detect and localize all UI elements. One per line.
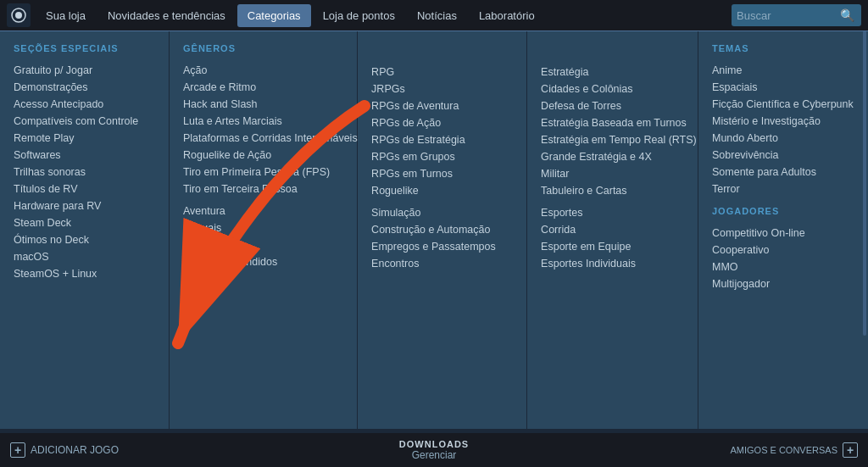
- link-militar[interactable]: Militar: [541, 165, 684, 182]
- link-casuais[interactable]: Casuais: [183, 220, 343, 236]
- plus-icon: +: [10, 442, 25, 458]
- link-otimos-deck[interactable]: Ótimos no Deck: [14, 231, 155, 248]
- link-estrategia-turnos[interactable]: Estratégia Baseada em Turnos: [541, 114, 684, 131]
- topbar: Sua loja Novidades e tendências Categori…: [0, 0, 868, 31]
- link-sobrevivencia[interactable]: Sobrevivência: [712, 147, 854, 164]
- link-multijogador[interactable]: Multijogador: [712, 275, 854, 292]
- nav-novidades[interactable]: Novidades e tendências: [97, 4, 236, 27]
- link-corrida[interactable]: Corrida: [541, 221, 684, 238]
- link-competitivo[interactable]: Competitivo On-line: [712, 225, 854, 242]
- link-misterio[interactable]: Mistério e Investigação: [712, 113, 854, 130]
- link-rts[interactable]: Estratégia em Tempo Real (RTS): [541, 131, 684, 148]
- link-rpg[interactable]: RPG: [371, 64, 513, 81]
- link-rpgs-estrategia[interactable]: RPGs de Estratégia: [371, 131, 513, 148]
- search-button[interactable]: 🔍: [838, 8, 856, 22]
- link-demonstracoes[interactable]: Demonstrações: [14, 79, 155, 96]
- link-roguelike[interactable]: Roguelike: [371, 182, 513, 199]
- add-game-label: ADICIONAR JOGO: [31, 444, 119, 456]
- link-esportes[interactable]: Esportes: [541, 204, 684, 221]
- nav-laboratorio[interactable]: Laboratório: [469, 4, 545, 27]
- link-fps[interactable]: Tiro em Primeira Pessoa (FPS): [183, 164, 343, 181]
- link-tabuleiro-cartas[interactable]: Tabuleiro e Cartas: [541, 182, 684, 199]
- link-luta-artes[interactable]: Luta e Artes Marciais: [183, 113, 343, 130]
- friends-label: AMIGOS E CONVERSAS: [730, 445, 837, 455]
- downloads-sub: Gerenciar: [412, 449, 457, 461]
- link-softwares[interactable]: Softwares: [14, 147, 155, 164]
- link-remote-play[interactable]: Remote Play: [14, 130, 155, 147]
- col-temas-jogadores: TEMAS Anime Espaciais Ficção Científica …: [698, 31, 868, 429]
- friends-section[interactable]: AMIGOS E CONVERSAS +: [730, 442, 858, 458]
- link-titulos-rv[interactable]: Títulos de RV: [14, 181, 155, 197]
- col-generos-1: GÊNEROS Ação Arcade e Ritmo Hack and Sla…: [170, 31, 358, 429]
- link-rpgs-acao[interactable]: RPGs de Ação: [371, 114, 513, 131]
- link-hardware-rv[interactable]: Hardware para RV: [14, 197, 155, 214]
- jogadores-header: JOGADORES: [712, 206, 854, 216]
- col-generos-2: RPG JRPGs RPGs de Aventura RPGs de Ação …: [358, 31, 527, 429]
- link-aventura[interactable]: Aventura: [183, 203, 343, 220]
- link-tps[interactable]: Tiro em Terceira Pessoa: [183, 181, 343, 197]
- link-construcao-automacao[interactable]: Construção e Automação: [371, 221, 513, 238]
- link-steamos-linux[interactable]: SteamOS + Linux: [14, 265, 155, 282]
- friends-plus-icon: +: [843, 442, 858, 458]
- link-defesa-torres[interactable]: Defesa de Torres: [541, 97, 684, 114]
- col-secoes-especiais: SEÇÕES ESPECIAIS Gratuito p/ Jogar Demon…: [0, 31, 170, 429]
- nav-loja-pontos[interactable]: Loja de pontos: [313, 4, 405, 27]
- link-somente-adultos[interactable]: Somente para Adultos: [712, 164, 854, 181]
- link-macos[interactable]: macOS: [14, 248, 155, 265]
- mega-menu: SEÇÕES ESPECIAIS Gratuito p/ Jogar Demon…: [0, 31, 868, 429]
- link-hack-slash[interactable]: Hack and Slash: [183, 96, 343, 113]
- downloads-label: DOWNLOADS: [399, 439, 469, 449]
- svg-point-1: [15, 12, 22, 19]
- link-steam-deck[interactable]: Steam Deck: [14, 214, 155, 231]
- link-rpgs-aventura[interactable]: RPGs de Aventura: [371, 97, 513, 114]
- link-simulacao[interactable]: Simulação: [371, 204, 513, 221]
- link-rpgs-turnos[interactable]: RPGs em Turnos: [371, 165, 513, 182]
- link-anime[interactable]: Anime: [712, 62, 854, 79]
- generos-header: GÊNEROS: [183, 43, 343, 53]
- link-trilhas-sonoras[interactable]: Trilhas sonoras: [14, 164, 155, 181]
- link-ficcao-cientifica[interactable]: Ficção Científica e Cyberpunk: [712, 96, 854, 113]
- link-esportes-individuais[interactable]: Esportes Individuais: [541, 255, 684, 272]
- link-terror[interactable]: Terror: [712, 181, 854, 197]
- link-roguelike-acao[interactable]: Roguelike de Ação: [183, 147, 343, 164]
- link-encontros[interactable]: Encontros: [371, 255, 513, 272]
- link-compativeis-controle[interactable]: Compatíveis com Controle: [14, 113, 155, 130]
- link-arcade-ritmo[interactable]: Arcade e Ritmo: [183, 79, 343, 96]
- link-espaciais[interactable]: Espaciais: [712, 79, 854, 96]
- link-esporte-equipe[interactable]: Esporte em Equipe: [541, 238, 684, 255]
- link-cidades-colonias[interactable]: Cidades e Colônias: [541, 81, 684, 97]
- bottom-bar: + ADICIONAR JOGO DOWNLOADS Gerenciar AMI…: [0, 433, 868, 467]
- steam-logo: [7, 3, 31, 27]
- link-mmo[interactable]: MMO: [712, 259, 854, 275]
- link-metroidvania[interactable]: Metroidvania: [183, 236, 343, 253]
- link-gratuito[interactable]: Gratuito p/ Jogar: [14, 62, 155, 79]
- link-objetos-escondidos[interactable]: Objetos Escondidos: [183, 253, 343, 270]
- downloads-section[interactable]: DOWNLOADS Gerenciar: [399, 439, 469, 461]
- search-bar: 🔍: [732, 4, 861, 26]
- link-grande-estrategia-4x[interactable]: Grande Estratégia e 4X: [541, 148, 684, 165]
- secoes-header: SEÇÕES ESPECIAIS: [14, 43, 155, 53]
- link-acesso-antecipado[interactable]: Acesso Antecipado: [14, 96, 155, 113]
- link-estrategia[interactable]: Estratégia: [541, 64, 684, 81]
- scroll-indicator[interactable]: [863, 31, 866, 336]
- link-mundo-aberto[interactable]: Mundo Aberto: [712, 130, 854, 147]
- nav-sua-loja[interactable]: Sua loja: [36, 4, 96, 27]
- link-acao[interactable]: Ação: [183, 62, 343, 79]
- link-cooperativo[interactable]: Cooperativo: [712, 242, 854, 259]
- link-empregos-passatempos[interactable]: Empregos e Passatempos: [371, 238, 513, 255]
- link-plataformas[interactable]: Plataformas e Corridas Intermináveis: [183, 130, 343, 147]
- link-jrpgs[interactable]: JRPGs: [371, 81, 513, 97]
- nav-categorias[interactable]: Categorias: [237, 4, 311, 27]
- add-game-button[interactable]: + ADICIONAR JOGO: [10, 442, 119, 458]
- link-rpgs-grupos[interactable]: RPGs em Grupos: [371, 148, 513, 165]
- nav-noticias[interactable]: Notícias: [407, 4, 467, 27]
- col-generos-3: Estratégia Cidades e Colônias Defesa de …: [527, 31, 698, 429]
- search-input[interactable]: [737, 9, 838, 22]
- temas-header: TEMAS: [712, 43, 854, 53]
